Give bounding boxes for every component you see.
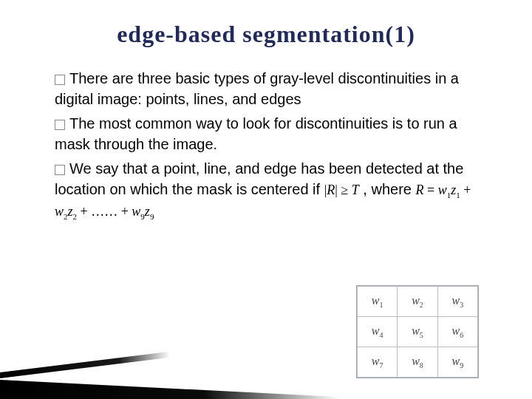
bullet-item: The most common way to look for disconti… [55, 114, 488, 154]
mask-cell: w9 [437, 347, 477, 378]
body-text: There are three basic types of gray-leve… [55, 69, 488, 222]
mask-cell: w2 [398, 287, 437, 317]
mask-cell: w8 [398, 347, 437, 378]
bullet-rest: are three basic types of gray-level disc… [55, 70, 459, 107]
bullet-box-icon [55, 75, 65, 85]
mask-grid: w1 w2 w3 w4 w5 w6 w7 w8 w9 [356, 285, 479, 378]
bullet-box-icon [55, 120, 65, 130]
bullet-rest: most common way to look for discontinuit… [55, 115, 457, 152]
mask-cell: w1 [358, 287, 398, 317]
slide-title: edge-based segmentation(1) [0, 21, 532, 48]
bullet-item: There are three basic types of gray-leve… [55, 69, 488, 109]
accent-stripe-icon [0, 352, 170, 378]
bullet-lead: The [69, 115, 95, 132]
accent-wedge-icon [0, 380, 340, 399]
bullet-item: We say that a point, line, and edge has … [55, 159, 488, 222]
bullet-lead: We [69, 160, 92, 177]
where-text: , where [359, 181, 416, 197]
mask-cell: w6 [437, 317, 477, 347]
slide: edge-based segmentation(1) There are thr… [0, 21, 532, 399]
condition-formula: |R| ≥ T [324, 183, 359, 197]
mask-cell: w4 [358, 317, 398, 347]
bullet-lead: There [69, 70, 108, 86]
mask-cell: w3 [437, 287, 477, 317]
mask-cell: w5 [398, 317, 437, 347]
bullet-box-icon [55, 165, 65, 175]
mask-cell: w7 [358, 347, 398, 378]
